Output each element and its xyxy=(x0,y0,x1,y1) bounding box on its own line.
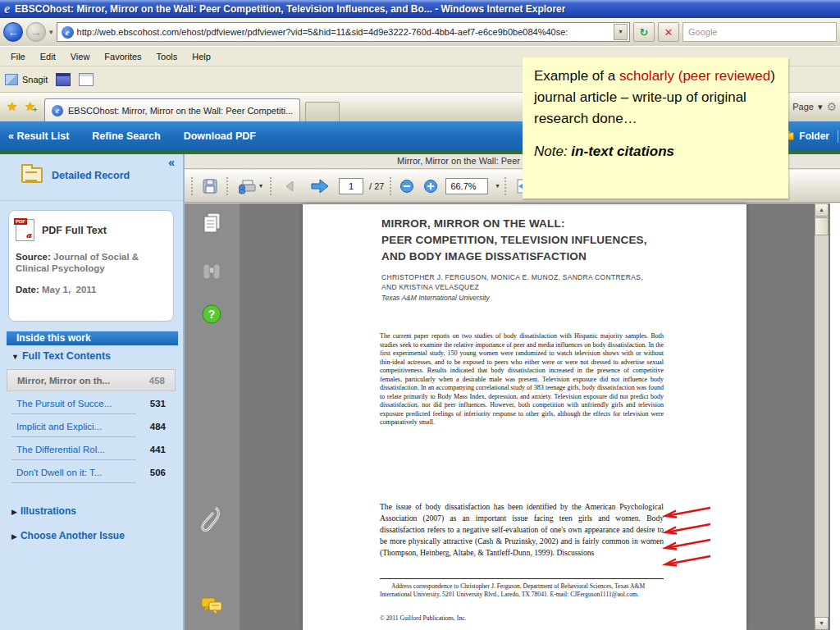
toc-item[interactable]: The Differential Rol... 441 xyxy=(7,438,176,460)
tab-title: EBSCOhost: Mirror, Mirror on the Wall: P… xyxy=(68,106,293,116)
toc-separator xyxy=(11,436,136,437)
detailed-record-link[interactable]: Detailed Record xyxy=(21,167,130,183)
right-page-margin xyxy=(830,203,840,630)
page-number-input[interactable]: 1 xyxy=(339,178,363,194)
menu-favorites[interactable]: Favorites xyxy=(97,48,148,65)
help-button[interactable]: ? xyxy=(196,299,227,330)
url-text[interactable]: http://web.ebscohost.com/ehost/pdfviewer… xyxy=(77,27,610,37)
annotation-text: Example of a scholarly (peer reviewed) j… xyxy=(534,66,777,130)
choose-another-issue-label: Choose Another Issue xyxy=(21,530,125,541)
choose-another-issue-toggle[interactable]: ▶Choose Another Issue xyxy=(11,530,125,541)
toc-title[interactable]: Don't Dwell on it: T... xyxy=(16,468,102,477)
menu-view[interactable]: View xyxy=(63,48,98,65)
url-dropdown-icon[interactable]: ▾ xyxy=(614,24,628,40)
binoculars-icon xyxy=(200,261,223,282)
pages-panel-button[interactable] xyxy=(196,208,227,239)
toolbar-grip xyxy=(270,177,272,195)
url-field[interactable]: e http://web.ebscohost.com/ehost/pdfview… xyxy=(57,22,630,42)
sidebar: « Detailed Record PDF 𝒶 PDF Full Text So… xyxy=(0,154,185,630)
zoom-out-button[interactable] xyxy=(398,174,416,199)
pdf-viewer: Mirror, Mirror on the Wall: Peer xyxy=(185,154,840,630)
favorites-star-icon[interactable]: ★ xyxy=(7,99,17,114)
collapsed-triangle-icon: ▶ xyxy=(11,508,17,516)
article-body-paragraph: The issue of body dissatisfaction has be… xyxy=(380,501,664,559)
scroll-up-icon[interactable]: ▲ xyxy=(815,203,829,217)
citation-arrow-icon xyxy=(658,505,712,520)
zoom-in-button[interactable] xyxy=(422,174,440,199)
snagit-capture-icon[interactable] xyxy=(56,73,71,86)
toc-item-selected[interactable]: Mirror, Mirror on th... 458 xyxy=(7,369,176,391)
snagit-icon xyxy=(5,74,18,85)
folder-separator xyxy=(838,130,838,143)
illustrations-label: Illustrations xyxy=(21,505,76,517)
menu-tools[interactable]: Tools xyxy=(149,48,185,65)
pdf-full-text-link[interactable]: PDF 𝒶 PDF Full Text xyxy=(16,219,167,241)
toc-item[interactable]: Don't Dwell on it: T... 506 xyxy=(7,461,176,483)
stop-button[interactable]: ✕ xyxy=(658,22,679,42)
menu-edit[interactable]: Edit xyxy=(33,48,63,65)
article-title-line: MIRROR, MIRROR ON THE WALL: xyxy=(381,216,710,232)
previous-page-button[interactable] xyxy=(278,174,301,199)
menu-help[interactable]: Help xyxy=(185,48,218,65)
next-page-arrow-icon xyxy=(308,176,331,196)
zoom-caret-icon[interactable]: ▾ xyxy=(495,182,499,189)
search-input[interactable]: Google xyxy=(682,22,837,42)
source-label: Source: xyxy=(16,252,53,262)
snagit-button[interactable]: Snagit xyxy=(5,74,48,85)
site-favicon-icon: e xyxy=(62,26,74,39)
annotation-note: Example of a scholarly (peer reviewed) j… xyxy=(523,57,788,199)
back-button[interactable]: ← xyxy=(3,22,23,42)
folder-button[interactable]: Folder xyxy=(783,121,838,151)
print-button[interactable]: ▾ xyxy=(235,174,264,199)
search-placeholder: Google xyxy=(688,27,717,37)
paperclip-icon xyxy=(199,503,224,539)
refresh-button[interactable]: ↻ xyxy=(633,22,655,42)
page-menu-button[interactable]: Page xyxy=(792,102,814,112)
search-panel-button[interactable] xyxy=(196,256,227,287)
full-text-contents-toggle[interactable]: ▼Full Text Contents xyxy=(11,350,111,362)
download-pdf-link[interactable]: Download PDF xyxy=(184,130,256,142)
pdf-badge: PDF xyxy=(14,218,27,225)
pages-icon xyxy=(201,211,222,235)
scrollbar-thumb[interactable] xyxy=(815,217,829,235)
refresh-icon: ↻ xyxy=(640,26,649,39)
new-tab-button[interactable] xyxy=(305,102,340,122)
toolbar-grip xyxy=(390,177,392,195)
page-total-label: / 27 xyxy=(369,181,384,191)
next-page-button[interactable] xyxy=(307,174,333,199)
illustrations-toggle[interactable]: ▶Illustrations xyxy=(11,505,76,517)
scroll-down-icon[interactable]: ▼ xyxy=(815,617,829,630)
history-dropdown-icon[interactable]: ▾ xyxy=(49,28,53,36)
window-title: EBSCOhost: Mirror, Mirror on the Wall: P… xyxy=(15,3,565,15)
attachments-button[interactable] xyxy=(196,505,227,536)
forward-button[interactable]: → xyxy=(26,22,46,42)
tools-gear-icon[interactable]: ⚙ xyxy=(826,100,837,113)
sidebar-collapse-icon[interactable]: « xyxy=(168,156,175,169)
toc-page: 458 xyxy=(149,376,165,386)
toc-separator xyxy=(11,482,136,483)
article-footnote: Address correspondence to Christopher J.… xyxy=(380,582,664,599)
toc-item[interactable]: Implicit and Explici... 484 xyxy=(7,415,176,437)
pdf-full-text-label: PDF Full Text xyxy=(42,225,107,236)
toolbar-grip xyxy=(226,177,229,195)
snagit-editor-icon[interactable] xyxy=(79,73,94,86)
zoom-level-input[interactable]: 66.7% xyxy=(445,178,488,194)
refine-search-link[interactable]: Refine Search xyxy=(92,130,160,142)
result-list-link[interactable]: « Result List xyxy=(8,130,69,142)
toc-item[interactable]: The Pursuit of Succe... 531 xyxy=(7,392,176,414)
tab-active[interactable]: e EBSCOhost: Mirror, Mirror on the Wall:… xyxy=(44,98,300,122)
pdf-vertical-scrollbar[interactable]: ▲ ▼ xyxy=(815,203,829,630)
menu-file[interactable]: File xyxy=(3,48,33,65)
toc-title[interactable]: The Differential Rol... xyxy=(16,445,105,454)
toc-title[interactable]: The Pursuit of Succe... xyxy=(16,399,112,409)
annotation-text-black: Example of a xyxy=(534,68,619,84)
comments-button[interactable] xyxy=(196,591,227,622)
save-button[interactable] xyxy=(199,174,221,199)
article-authors-line: AND KRISTINA VELASQUEZ xyxy=(381,283,710,293)
toc-title[interactable]: Implicit and Explici... xyxy=(16,422,102,431)
toc-page: 441 xyxy=(150,445,166,454)
citation-arrow-icon xyxy=(658,522,712,536)
pdf-file-icon: PDF 𝒶 xyxy=(16,219,34,241)
article-authors: CHRISTOPHER J. FERGUSON, MONICA E. MUNOZ… xyxy=(381,273,710,292)
article-title-line: AND BODY IMAGE DISSATISFACTION xyxy=(381,249,710,265)
